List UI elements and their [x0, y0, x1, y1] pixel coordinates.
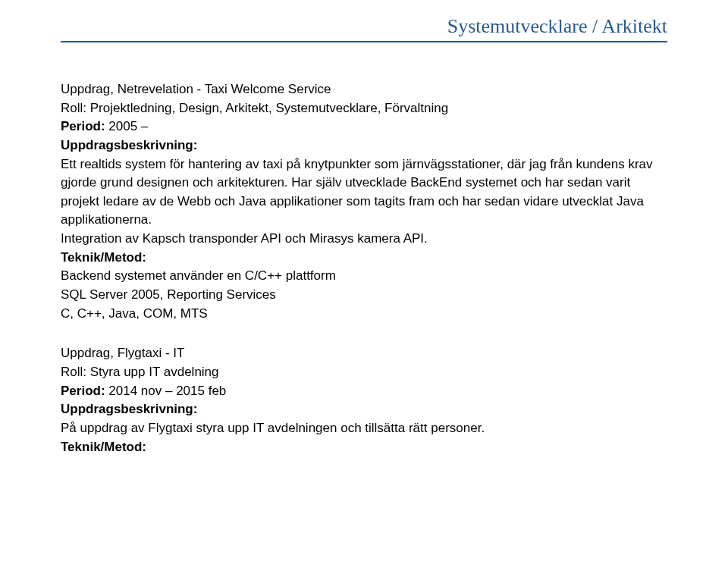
- tech-line-2: SQL Server 2005, Reporting Services: [61, 286, 667, 305]
- tech-line-3: C, C++, Java, COM, MTS: [61, 305, 667, 324]
- roll-label: Roll:: [61, 101, 86, 115]
- period-line: Period: 2005 –: [61, 118, 667, 136]
- desc-label-line: Uppdragsbeskrivning:: [61, 136, 667, 155]
- period-value: 2014 nov – 2015 feb: [105, 384, 227, 398]
- roll-label: Roll:: [61, 365, 86, 379]
- desc-label-line: Uppdragsbeskrivning:: [61, 400, 667, 419]
- period-value: 2005 –: [105, 119, 149, 133]
- assignment-separator: ,: [110, 346, 117, 360]
- desc-label: Uppdragsbeskrivning:: [61, 138, 197, 152]
- desc-label: Uppdragsbeskrivning:: [61, 402, 197, 416]
- period-label: Period:: [61, 384, 105, 398]
- desc-body-1: Ett realtids system för hantering av tax…: [61, 155, 667, 230]
- assignment-title-line: Uppdrag, Flygtaxi - IT: [61, 344, 667, 363]
- roll-line: Roll: Projektledning, Design, Arkitekt, …: [61, 99, 667, 118]
- assignment-title: Flygtaxi - IT: [118, 346, 185, 360]
- period-label: Period:: [61, 119, 105, 133]
- assignment-separator: ,: [110, 82, 117, 96]
- tech-label: Teknik/Metod:: [61, 440, 146, 454]
- assignment-title-line: Uppdrag, Netrevelation - Taxi Welcome Se…: [61, 80, 667, 99]
- page-header-title: Systemutvecklare / Arkitekt: [61, 15, 667, 42]
- assignment-title: Netrevelation - Taxi Welcome Service: [118, 82, 331, 96]
- roll-value: Styra upp IT avdelning: [86, 365, 219, 379]
- tech-label: Teknik/Metod:: [61, 250, 146, 265]
- assignment-block-2: Uppdrag, Flygtaxi - IT Roll: Styra upp I…: [61, 344, 667, 456]
- assignment-prefix: Uppdrag: [61, 82, 110, 96]
- roll-line: Roll: Styra upp IT avdelning: [61, 363, 667, 382]
- assignment-block-1: Uppdrag, Netrevelation - Taxi Welcome Se…: [61, 80, 667, 323]
- tech-line-1: Backend systemet använder en C/C++ platt…: [61, 267, 667, 286]
- period-line: Period: 2014 nov – 2015 feb: [61, 382, 667, 401]
- tech-label-line: Teknik/Metod:: [61, 438, 667, 457]
- desc-body: På uppdrag av Flygtaxi styra upp IT avde…: [61, 419, 667, 438]
- roll-value: Projektledning, Design, Arkitekt, System…: [86, 101, 448, 115]
- tech-label-line: Teknik/Metod:: [61, 249, 667, 268]
- desc-body-2: Integration av Kapsch transponder API oc…: [61, 230, 667, 249]
- assignment-prefix: Uppdrag: [61, 346, 110, 360]
